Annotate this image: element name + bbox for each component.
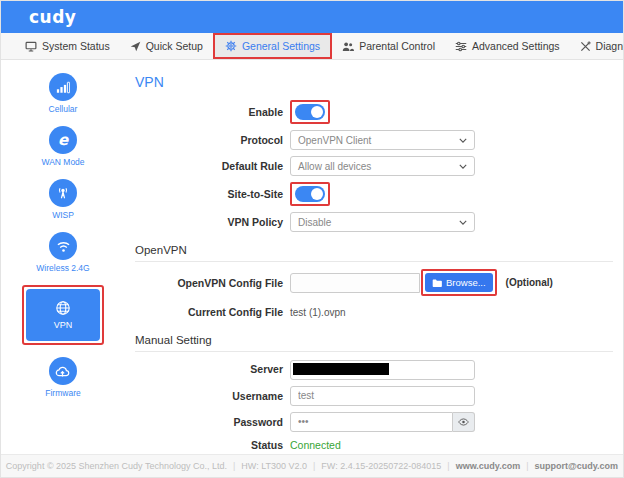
config-file-input[interactable] [290, 273, 420, 293]
optional-hint: (Optional) [506, 277, 553, 288]
default-rule-row: Default Rule Allow all devices [135, 156, 613, 176]
tab-label: Diagnostic Tools [596, 40, 624, 52]
footer-separator: | [447, 461, 449, 471]
app-header: cudy [1, 1, 623, 33]
protocol-label: Protocol [135, 134, 283, 146]
sidebar-item-wan-mode[interactable]: e WAN Mode [41, 126, 84, 167]
footer: Copyright © 2025 Shenzhen Cudy Technolog… [1, 454, 623, 477]
browse-button[interactable]: Browse... [425, 273, 493, 292]
tab-diagnostic-tools[interactable]: Diagnostic Tools [570, 33, 624, 59]
enable-toggle[interactable] [295, 104, 325, 120]
password-label: Password [135, 416, 283, 428]
sidebar-item-vpn[interactable]: VPN [26, 289, 100, 341]
sidebar-item-label: WISP [49, 210, 77, 220]
tab-quick-setup[interactable]: Quick Setup [120, 33, 213, 59]
default-rule-select-value: Allow all devices [298, 161, 371, 172]
sliders-icon [455, 41, 467, 52]
tab-system-status[interactable]: System Status [15, 33, 120, 59]
signal-bars-icon [49, 73, 77, 101]
tab-label: System Status [42, 40, 110, 52]
tab-label: Parental Control [359, 40, 435, 52]
wifi-icon [49, 232, 77, 260]
vpn-policy-select[interactable]: Disable [290, 212, 475, 232]
password-field[interactable] [290, 412, 453, 432]
tab-general-settings[interactable]: General Settings [213, 33, 332, 59]
router-admin-page: cudy System Status Quick Setup General S… [0, 0, 624, 478]
default-rule-select[interactable]: Allow all devices [290, 156, 475, 176]
tools-icon [580, 41, 591, 52]
footer-fw-version: FW: 2.4.15-20250722-084015 [321, 461, 441, 471]
gear-icon [225, 40, 237, 52]
toggle-knob [311, 106, 323, 118]
section-manual-setting: Manual Setting [135, 328, 613, 352]
globe-icon [55, 300, 71, 316]
password-row: Password [135, 412, 613, 432]
page-title: VPN [135, 74, 613, 90]
footer-hw-version: HW: LT300 V2.0 [241, 461, 307, 471]
chevron-down-icon [459, 138, 467, 143]
sidebar-item-cellular[interactable]: Cellular [49, 73, 78, 114]
current-file-row: Current Config File test (1).ovpn [135, 302, 613, 322]
sidebar-item-label: Firmware [45, 388, 80, 398]
footer-copyright: Copyright © 2025 Shenzhen Cudy Technolog… [6, 461, 227, 471]
footer-separator: | [313, 461, 315, 471]
users-icon [342, 41, 354, 52]
annotation-box [290, 182, 330, 206]
server-label: Server [135, 363, 283, 375]
status-row: Status Connected [135, 438, 613, 452]
annotation-box: Browse... [421, 269, 497, 296]
toggle-knob [311, 188, 323, 200]
section-openvpn: OpenVPN [135, 238, 613, 262]
chevron-down-icon [459, 220, 467, 225]
browse-button-label: Browse... [446, 277, 486, 288]
tab-label: Advanced Settings [472, 40, 560, 52]
footer-separator: | [526, 461, 528, 471]
sidebar-item-wireless-24g[interactable]: Wireless 2.4G [36, 232, 89, 273]
username-label: Username [135, 390, 283, 402]
sidebar-item-label: WAN Mode [41, 157, 84, 167]
server-row: Server [135, 359, 613, 380]
antenna-icon [49, 179, 77, 207]
footer-separator: | [233, 461, 235, 471]
current-file-value: test (1).ovpn [290, 307, 346, 318]
protocol-row: Protocol OpenVPN Client [135, 130, 613, 150]
sidebar-item-label: Wireless 2.4G [36, 263, 89, 273]
protocol-select[interactable]: OpenVPN Client [290, 130, 475, 150]
config-file-row: OpenVPN Config File Browse... (Optional) [135, 269, 613, 296]
cudy-logo: cudy [29, 7, 76, 27]
site-to-site-label: Site-to-Site [135, 188, 283, 200]
paper-plane-icon [130, 41, 141, 52]
enable-label: Enable [135, 106, 283, 118]
config-file-label: OpenVPN Config File [135, 277, 283, 289]
sidebar-item-label: Cellular [49, 104, 78, 114]
sidebar: Cellular e WAN Mode WISP Wireless 2.4G [1, 60, 125, 454]
username-row: Username [135, 386, 613, 406]
tab-advanced-settings[interactable]: Advanced Settings [445, 33, 570, 59]
cloud-upload-icon [49, 357, 77, 385]
footer-link-website[interactable]: www.cudy.com [456, 461, 521, 471]
sidebar-item-wisp[interactable]: WISP [49, 179, 77, 220]
annotation-box [290, 100, 330, 124]
sidebar-item-label: VPN [54, 320, 73, 330]
enable-row: Enable [135, 100, 613, 124]
protocol-select-value: OpenVPN Client [298, 135, 371, 146]
folder-icon [432, 279, 442, 287]
monitor-icon [25, 41, 37, 52]
redaction-bar [293, 363, 389, 375]
site-to-site-toggle[interactable] [295, 186, 325, 202]
sidebar-item-firmware[interactable]: Firmware [45, 357, 80, 398]
status-badge: Connected [290, 439, 341, 451]
tab-label: General Settings [242, 40, 320, 52]
footer-link-support[interactable]: support@cudy.com [535, 461, 619, 471]
browser-e-icon: e [49, 126, 77, 154]
site-to-site-row: Site-to-Site [135, 182, 613, 206]
username-field[interactable] [290, 386, 475, 406]
tab-parental-control[interactable]: Parental Control [332, 33, 445, 59]
status-label: Status [135, 439, 283, 451]
eye-icon[interactable] [453, 412, 475, 432]
vpn-policy-label: VPN Policy [135, 216, 283, 228]
vpn-policy-select-value: Disable [298, 217, 331, 228]
default-rule-label: Default Rule [135, 160, 283, 172]
current-file-label: Current Config File [135, 306, 283, 318]
tab-label: Quick Setup [146, 40, 203, 52]
